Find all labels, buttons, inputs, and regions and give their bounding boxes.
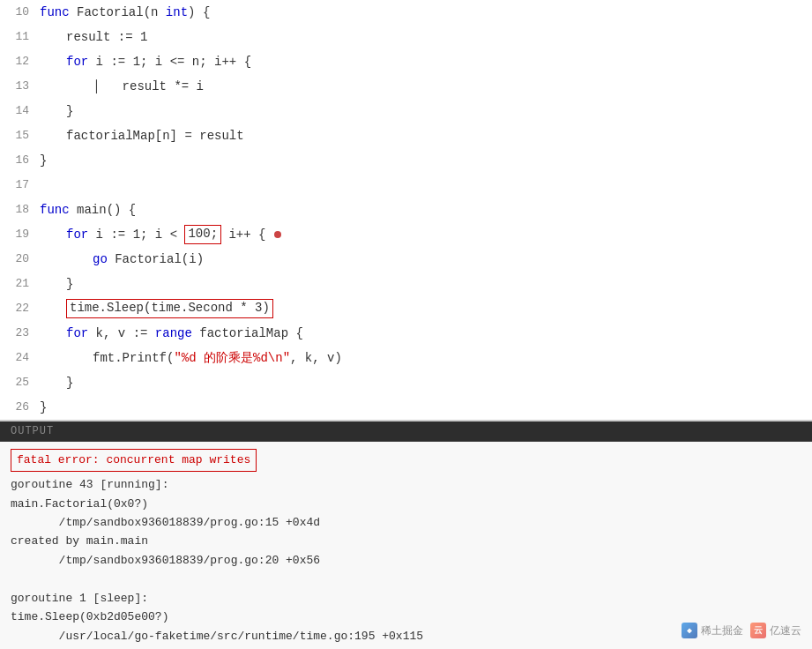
code-line-24: 24 fmt.Printf( "%d 的阶乘是%d\n" , k, v) [0, 346, 812, 370]
code-line-26: 26 } [0, 395, 812, 420]
output-header: OUTPUT [0, 421, 812, 442]
code-line-22: 22 time.Sleep(time.Second * 3) [0, 296, 812, 321]
juejin-label: 稀土掘金 [701, 623, 743, 638]
output-line-9: main.main() [11, 645, 801, 649]
code-line-21: 21 } [0, 272, 812, 296]
code-line-11: 11 result := 1 [0, 25, 812, 49]
output-line-1: goroutine 43 [running]: [11, 475, 801, 494]
code-line-16: 16 } [0, 148, 812, 173]
code-line-25: 25 } [0, 370, 812, 395]
watermark-area: ◆ 稀土掘金 云 亿速云 [682, 623, 801, 638]
yunxi-icon: 云 [750, 623, 766, 638]
code-line-18: 18 func main() { [0, 198, 812, 222]
code-line-13: 13 │ result *= i [0, 74, 812, 99]
output-line-blank [11, 570, 801, 588]
watermark-juejin: ◆ 稀土掘金 [682, 623, 743, 638]
output-line-2: main.Factorial(0x0?) [11, 495, 801, 513]
output-line-3: /tmp/sandbox936018839/prog.go:15 +0x4d [11, 513, 801, 532]
code-line-20: 20 go Factorial(i) [0, 247, 812, 272]
code-line-15: 15 factorialMap[n] = result [0, 123, 812, 148]
yunxi-label: 亿速云 [770, 623, 801, 638]
output-line-6: goroutine 1 [sleep]: [11, 589, 801, 608]
code-line-10: 10 func Factorial(n int) { [0, 0, 812, 25]
code-line-17: 17 [0, 173, 812, 198]
output-section: OUTPUT fatal error: concurrent map write… [0, 421, 812, 649]
output-content: fatal error: concurrent map writes gorou… [0, 442, 812, 649]
error-message: fatal error: concurrent map writes [11, 449, 801, 475]
output-line-5: /tmp/sandbox936018839/prog.go:20 +0x56 [11, 551, 801, 570]
watermark-yunxi: 云 亿速云 [750, 623, 801, 638]
code-line-12: 12 for i := 1; i <= n; i++ { [0, 49, 812, 74]
code-editor: 10 func Factorial(n int) { 11 result := … [0, 0, 812, 421]
code-line-19: 19 for i := 1; i < 100; i++ { [0, 222, 812, 247]
code-line-23: 23 for k, v := range factorialMap { [0, 321, 812, 346]
juejin-icon: ◆ [682, 623, 697, 638]
output-line-4: created by main.main [11, 532, 801, 550]
code-line-14: 14 } [0, 99, 812, 123]
